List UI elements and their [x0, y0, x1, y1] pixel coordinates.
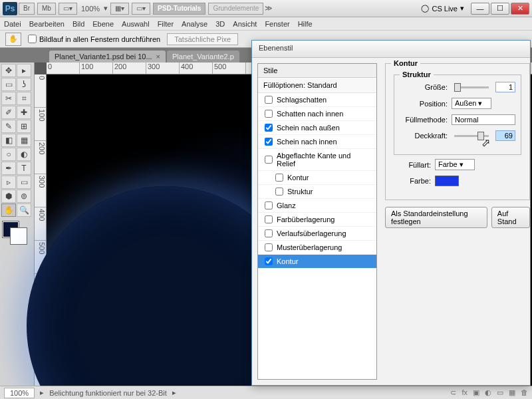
- blend-dropdown[interactable]: Normal: [452, 114, 515, 125]
- style-checkbox[interactable]: [265, 201, 273, 209]
- style-checkbox[interactable]: [265, 215, 273, 223]
- 3d-tool[interactable]: ⬢: [1, 190, 16, 203]
- hand-tool-icon[interactable]: ✋: [5, 33, 21, 46]
- menu-ebene[interactable]: Ebene: [92, 20, 114, 28]
- move-tool[interactable]: ✥: [1, 64, 16, 77]
- actual-pixels-button[interactable]: Tatsächliche Pixe: [167, 33, 238, 45]
- style-row[interactable]: Abgeflachte Kante und Relief: [258, 149, 376, 171]
- background-swatch[interactable]: [11, 228, 27, 244]
- workspace-more[interactable]: ≫: [265, 4, 271, 13]
- style-checkbox[interactable]: [265, 138, 273, 146]
- style-checkbox[interactable]: [265, 124, 273, 132]
- style-checkbox[interactable]: [275, 188, 283, 196]
- style-checkbox[interactable]: [275, 174, 283, 182]
- styles-header[interactable]: Stile: [258, 64, 376, 78]
- menu-bild[interactable]: Bild: [72, 20, 84, 28]
- style-row[interactable]: Schein nach innen: [258, 135, 376, 149]
- gradient-tool[interactable]: ▦: [17, 134, 31, 147]
- workspace-grund[interactable]: Grundelemente: [208, 3, 263, 15]
- style-row[interactable]: Schein nach außen: [258, 121, 376, 135]
- workspace-psdtut[interactable]: PSD-Tutorials: [153, 3, 205, 15]
- menu-bearbeiten[interactable]: Bearbeiten: [29, 20, 65, 28]
- zoom-tool[interactable]: 🔍: [17, 203, 31, 217]
- type-tool[interactable]: T: [17, 162, 31, 175]
- sb-icon-3[interactable]: ▣: [473, 388, 479, 397]
- screenmode-button[interactable]: ▭▾: [59, 3, 77, 15]
- color-swatches[interactable]: [1, 221, 32, 245]
- style-row[interactable]: Musterüberlagerung: [258, 241, 376, 255]
- style-row[interactable]: Kontur: [258, 255, 376, 269]
- sb-icon-4[interactable]: ◐: [485, 388, 491, 397]
- color-swatch[interactable]: [435, 176, 459, 186]
- style-row[interactable]: Schatten nach innen: [258, 107, 376, 121]
- menu-hilfe[interactable]: Hilfe: [298, 20, 313, 28]
- close-icon[interactable]: ×: [156, 53, 160, 61]
- lasso-tool[interactable]: ʖ: [17, 78, 31, 91]
- menu-ansicht[interactable]: Ansicht: [233, 20, 257, 28]
- sb-icon-7[interactable]: 🗑: [521, 388, 528, 397]
- style-checkbox[interactable]: [265, 257, 273, 265]
- opacity-value[interactable]: 69: [495, 130, 515, 141]
- style-row[interactable]: Struktur: [258, 185, 376, 199]
- style-row[interactable]: Farbüberlagerung: [258, 213, 376, 227]
- menu-analyse[interactable]: Analyse: [182, 20, 207, 28]
- blend-label: Füllmethode:: [400, 116, 448, 124]
- cslive[interactable]: ◯ CS Live ▾: [421, 4, 464, 13]
- healing-tool[interactable]: ✚: [17, 106, 31, 119]
- sb-icon-1[interactable]: ⊂: [450, 388, 456, 397]
- menu-3d[interactable]: 3D: [215, 20, 225, 28]
- slice-tool[interactable]: ⌗: [17, 92, 31, 105]
- eraser-tool[interactable]: ◧: [1, 134, 16, 147]
- position-label: Position:: [400, 100, 448, 108]
- direct-select-tool[interactable]: ▹: [1, 176, 16, 189]
- minibridge-button[interactable]: Mb: [37, 3, 56, 15]
- style-row[interactable]: Kontur: [258, 171, 376, 185]
- menu-filter[interactable]: Filter: [158, 20, 174, 28]
- dodge-tool[interactable]: ◐: [17, 148, 31, 161]
- size-value[interactable]: 1: [495, 82, 515, 92]
- menu-fenster[interactable]: Fenster: [265, 20, 289, 28]
- style-checkbox[interactable]: [265, 110, 273, 118]
- menu-auswahl[interactable]: Auswahl: [122, 20, 150, 28]
- sb-icon-6[interactable]: ▦: [509, 388, 515, 397]
- crop-tool[interactable]: ✂: [1, 92, 16, 105]
- pen-tool[interactable]: ✒: [1, 162, 16, 175]
- scroll-all-checkbox[interactable]: [28, 35, 37, 43]
- filltype-dropdown[interactable]: Farbe ▾: [435, 159, 475, 170]
- minimize-button[interactable]: —: [471, 3, 489, 15]
- marquee-tool[interactable]: ▭: [1, 78, 16, 91]
- style-checkbox[interactable]: [265, 229, 273, 237]
- zoom-field[interactable]: 100%: [4, 388, 35, 398]
- sb-icon-5[interactable]: ▭: [497, 388, 503, 397]
- close-button[interactable]: ✕: [511, 3, 529, 15]
- brush-tool[interactable]: ✎: [1, 120, 16, 133]
- maximize-button[interactable]: ☐: [491, 3, 509, 15]
- style-row[interactable]: Schlagschatten: [258, 93, 376, 107]
- style-checkbox[interactable]: [265, 243, 273, 251]
- sb-icon-2[interactable]: fx: [462, 388, 467, 397]
- hand-tool[interactable]: ✋: [1, 203, 16, 217]
- reset-button[interactable]: Auf Stand: [491, 207, 530, 228]
- style-checkbox[interactable]: [265, 156, 273, 164]
- style-row[interactable]: Verlaufsüberlagerung: [258, 227, 376, 241]
- opacity-slider[interactable]: [454, 135, 489, 137]
- style-row[interactable]: Glanz: [258, 199, 376, 213]
- menu-datei[interactable]: Datei: [4, 20, 21, 28]
- zoom-dropdown[interactable]: ▾: [102, 4, 109, 13]
- fill-options[interactable]: Füllöptionen: Standard: [258, 78, 376, 93]
- style-checkbox[interactable]: [265, 96, 273, 104]
- position-dropdown[interactable]: Außen ▾: [452, 98, 491, 109]
- extras-button[interactable]: ▭▾: [132, 3, 150, 15]
- shape-tool[interactable]: ▭: [17, 176, 31, 189]
- size-slider[interactable]: [454, 86, 489, 88]
- stamp-tool[interactable]: ⊞: [17, 120, 31, 133]
- make-default-button[interactable]: Als Standardeinstellung festlegen: [385, 207, 487, 228]
- eyedropper-tool[interactable]: ✐: [1, 106, 16, 119]
- doc-tab-1[interactable]: Planet_Variante1.psd bei 10... ×: [49, 51, 166, 63]
- 3d-camera-tool[interactable]: ⊚: [17, 190, 31, 203]
- doc-tab-2[interactable]: Planet_Variante2.p: [167, 51, 239, 63]
- path-select-tool[interactable]: ▸: [17, 64, 31, 77]
- arrange-button[interactable]: ▦▾: [110, 3, 129, 15]
- blur-tool[interactable]: ○: [1, 148, 16, 161]
- bridge-button[interactable]: Br: [19, 3, 35, 15]
